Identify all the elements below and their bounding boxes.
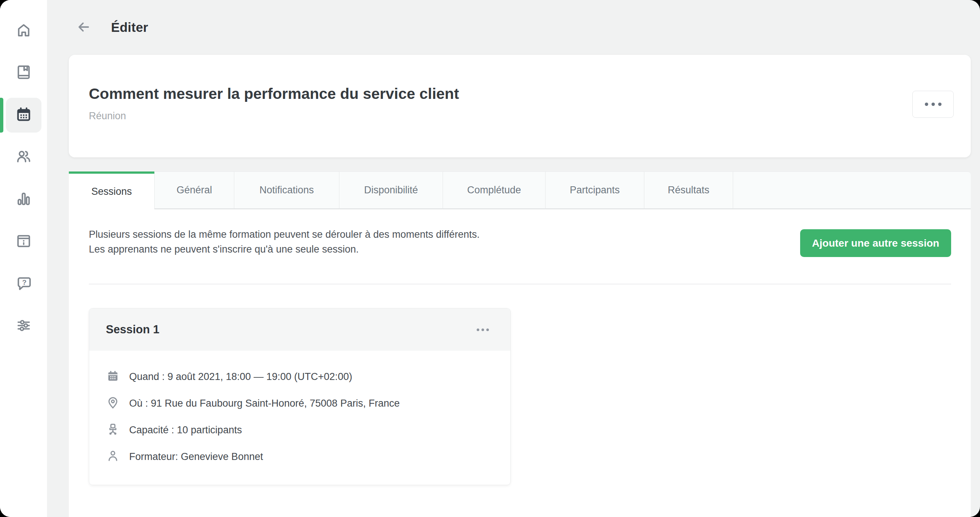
svg-text:?: ?: [22, 279, 27, 286]
sessions-panel: Plusieurs sessions de la même formation …: [69, 209, 971, 517]
session-more-button[interactable]: [473, 325, 493, 335]
help-bubble-icon: ?: [15, 275, 32, 293]
tab-resultats[interactable]: Résultats: [644, 171, 733, 209]
sidebar-item-home[interactable]: [6, 13, 41, 48]
ellipsis-icon: [925, 102, 942, 106]
location-pin-icon: [106, 396, 120, 411]
sidebar: ?: [0, 0, 47, 517]
sidebar-item-help[interactable]: ?: [6, 266, 41, 302]
session-card: Session 1 Quand : 9 août 2021, 18:00 — 1…: [89, 308, 511, 485]
tab-disponibilite[interactable]: Disponibilité: [339, 171, 442, 209]
session-card-body: Quand : 9 août 2021, 18:00 — 19:00 (UTC+…: [89, 351, 511, 485]
sessions-intro-text: Plusieurs sessions de la même formation …: [89, 227, 480, 257]
seat-icon: [106, 422, 120, 438]
tab-notifications[interactable]: Notifications: [234, 171, 339, 209]
session-capacity-text: Capacité : 10 participants: [129, 424, 242, 436]
arrow-left-icon: [76, 20, 91, 35]
intro-line-1: Plusieurs sessions de la même formation …: [89, 227, 480, 242]
people-icon: [15, 148, 32, 167]
tab-participants[interactable]: Partcipants: [545, 171, 644, 209]
bar-chart-icon: [15, 190, 32, 209]
session-trainer-row: Formateur: Genevieve Bonnet: [106, 448, 494, 465]
sliders-icon: [15, 317, 32, 335]
page-header: Éditer: [69, 0, 971, 55]
sidebar-item-book[interactable]: [6, 56, 41, 90]
session-when-row: Quand : 9 août 2021, 18:00 — 19:00 (UTC+…: [106, 369, 494, 385]
session-where-row: Où : 91 Rue du Faubourg Saint-Honoré, 75…: [106, 395, 494, 412]
book-icon: [15, 64, 32, 82]
main-area: Éditer Comment mesurer la performance du…: [47, 0, 980, 517]
back-button[interactable]: [73, 17, 94, 38]
tab-completude[interactable]: Complétude: [442, 171, 545, 209]
session-where-text: Où : 91 Rue du Faubourg Saint-Honoré, 75…: [129, 398, 400, 409]
add-session-button[interactable]: Ajouter une autre session: [800, 229, 951, 257]
home-icon: [15, 21, 32, 40]
divider: [89, 284, 951, 284]
tab-general[interactable]: Général: [154, 171, 234, 209]
tab-bar-filler: [733, 171, 971, 209]
app-window: ? Éditer Comment mesurer la performance …: [0, 0, 980, 517]
page-title: Éditer: [111, 20, 148, 35]
info-card-icon: [15, 233, 32, 251]
sidebar-item-calendar[interactable]: [6, 98, 41, 132]
calendar-icon: [15, 106, 32, 124]
course-type-label: Réunion: [89, 110, 904, 122]
session-card-header: Session 1: [89, 308, 511, 351]
session-title: Session 1: [106, 323, 159, 336]
session-capacity-row: Capacité : 10 participants: [106, 422, 494, 438]
ellipsis-icon: [477, 329, 489, 331]
sessions-intro-row: Plusieurs sessions de la même formation …: [89, 227, 951, 257]
session-when-text: Quand : 9 août 2021, 18:00 — 19:00 (UTC+…: [129, 371, 352, 383]
course-title-card: Comment mesurer la performance du servic…: [69, 55, 971, 157]
session-trainer-text: Formateur: Genevieve Bonnet: [129, 451, 263, 463]
calendar-icon: [106, 369, 120, 385]
person-icon: [106, 449, 120, 464]
tab-bar: Sessions Général Notifications Disponibi…: [69, 171, 971, 209]
tab-sessions[interactable]: Sessions: [69, 171, 154, 209]
sidebar-item-people[interactable]: [6, 140, 41, 175]
sidebar-item-bar-chart[interactable]: [6, 182, 41, 217]
intro-line-2: Les apprenants ne peuvent s'inscrire qu'…: [89, 242, 480, 257]
course-title: Comment mesurer la performance du servic…: [89, 85, 904, 103]
sidebar-item-info-card[interactable]: [6, 225, 41, 259]
course-more-button[interactable]: [912, 91, 954, 118]
sidebar-item-settings[interactable]: [6, 309, 41, 344]
